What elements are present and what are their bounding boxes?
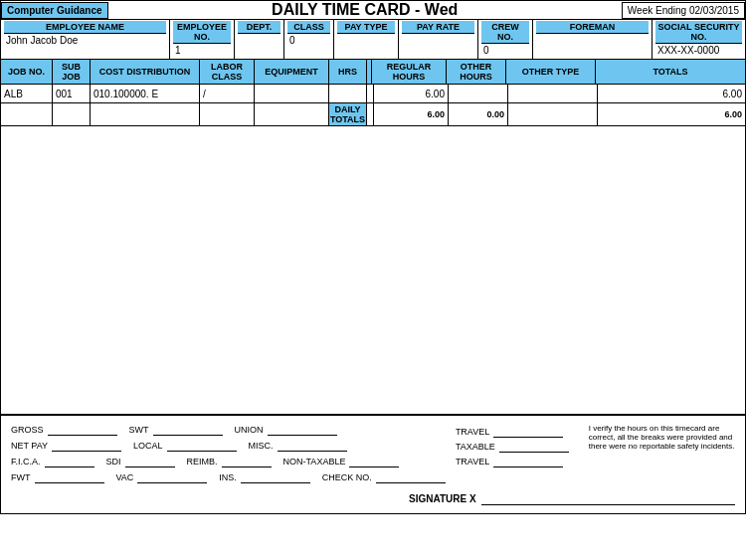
otherhrs-cell xyxy=(449,85,508,102)
swt-underline xyxy=(153,424,223,436)
footer-row-fica: F.I.C.A. SDI REIMB. NON-TAXABLE xyxy=(11,456,446,467)
netpay-underline xyxy=(52,440,121,452)
totals-spacer2 xyxy=(53,103,91,125)
spacer-cell xyxy=(367,85,374,102)
travel-underline xyxy=(493,426,563,438)
footer-row-netpay: NET PAY LOCAL MISC. xyxy=(11,440,446,452)
employee-name-value: John Jacob Doe xyxy=(4,34,166,48)
jobno-header: JOB NO. xyxy=(1,60,53,84)
misc-underline xyxy=(278,440,347,452)
travel-travel-underline xyxy=(493,456,563,467)
misc-label: MISC. xyxy=(249,441,274,451)
foreman-cell: FOREMAN xyxy=(533,20,653,59)
ssn-value: XXX-XX-0000 xyxy=(655,44,742,58)
subjob-cell: 001 xyxy=(53,85,91,102)
checkno-underline xyxy=(376,471,446,483)
pay-rate-header: PAY RATE xyxy=(402,21,474,34)
totals-spacer6 xyxy=(367,103,374,125)
totals-total: 6.00 xyxy=(598,103,745,125)
company-logo: Computer Guidance xyxy=(1,2,108,19)
employee-name-cell: EMPLOYEE NAME John Jacob Doe xyxy=(1,20,170,59)
foreman-value xyxy=(536,34,649,48)
equip-header: EQUIPMENT xyxy=(255,60,329,84)
vac-label: VAC xyxy=(116,472,134,482)
costdist-header: COST DISTRIBUTION xyxy=(91,60,200,84)
sdi-underline xyxy=(125,456,175,467)
fica-label: F.I.C.A. xyxy=(11,457,41,467)
reimb-underline xyxy=(222,456,272,467)
union-underline xyxy=(268,424,337,436)
pay-type-cell: PAY TYPE xyxy=(334,20,399,59)
crew-no-value: 0 xyxy=(481,44,529,58)
totals-spacer3 xyxy=(91,103,200,125)
costdist-cell: 010.100000. E xyxy=(91,85,200,102)
travel-taxable-underline xyxy=(499,441,569,453)
week-ending: Week Ending 02/03/2015 xyxy=(622,2,745,19)
fwt-underline xyxy=(35,471,104,483)
jobno-cell: ALB xyxy=(1,85,53,102)
dept-cell: DEPT. xyxy=(235,20,284,59)
hrs-cell xyxy=(329,85,367,102)
totals-spacer4 xyxy=(200,103,255,125)
crew-no-cell: CREW NO. 0 xyxy=(478,20,533,59)
week-ending-label: Week Ending xyxy=(628,5,686,16)
reghrs-header: REGULAR HOURS xyxy=(372,60,447,84)
ssn-cell: SOCIAL SECURITY NO. XXX-XX-0000 xyxy=(653,20,745,59)
employee-no-cell: EMPLOYEE NO. 1 xyxy=(170,20,235,59)
travel-line: TRAVEL xyxy=(456,426,569,438)
ssn-header: SOCIAL SECURITY NO. xyxy=(655,21,742,44)
totals-cell: 6.00 xyxy=(598,85,745,102)
totals-header: TOTALS xyxy=(596,60,745,84)
week-ending-date: 02/03/2015 xyxy=(689,5,739,16)
swt-label: SWT xyxy=(129,425,149,435)
dept-header: DEPT. xyxy=(238,21,280,34)
reimb-label: REIMB. xyxy=(187,457,218,467)
totals-reghrs: 6.00 xyxy=(374,103,449,125)
local-underline xyxy=(167,440,237,452)
otherhrs-header: OTHER HOURS xyxy=(447,60,506,84)
empty-area xyxy=(0,126,746,415)
crew-no-header: CREW NO. xyxy=(481,21,529,44)
footer-row-gross: GROSS SWT UNION xyxy=(11,424,446,436)
class-value: 0 xyxy=(287,34,330,48)
table-row: ALB 001 010.100000. E / 6.00 6.00 xyxy=(1,85,745,103)
pay-rate-cell: PAY RATE xyxy=(399,20,478,59)
signature-line xyxy=(481,491,735,505)
totals-otherhrs: 0.00 xyxy=(449,103,508,125)
class-header: CLASS xyxy=(287,21,330,34)
ins-underline xyxy=(241,471,310,483)
travel-taxable-line: TAXABLE xyxy=(456,441,569,453)
dept-value xyxy=(238,34,280,48)
employee-no-value: 1 xyxy=(173,44,231,58)
verify-text: I verify the hours on this timecard are … xyxy=(569,424,735,451)
travel-group: TRAVEL TAXABLE TRAVEL xyxy=(456,426,569,467)
foreman-header: FOREMAN xyxy=(536,21,649,34)
table-header-row: JOB NO. SUB JOB COST DISTRIBUTION LABOR … xyxy=(1,60,745,85)
daily-totals-row: DAILY TOTALS 6.00 0.00 6.00 xyxy=(1,103,745,126)
reghrs-cell: 6.00 xyxy=(374,85,449,102)
netpay-label: NET PAY xyxy=(11,441,48,451)
employee-no-header: EMPLOYEE NO. xyxy=(173,21,231,44)
othertype-cell xyxy=(508,85,598,102)
daily-totals-label: DAILY TOTALS xyxy=(329,103,367,125)
sdi-label: SDI xyxy=(106,457,121,467)
totals-spacer5 xyxy=(255,103,329,125)
othertype-header: OTHER TYPE xyxy=(506,60,596,84)
nontaxable-underline xyxy=(349,456,399,467)
union-label: UNION xyxy=(235,425,264,435)
travel-travel-line: TRAVEL xyxy=(456,456,569,467)
fica-underline xyxy=(45,456,94,467)
checkno-label: CHECK NO. xyxy=(322,472,372,482)
vac-underline xyxy=(137,471,207,483)
totals-othertype xyxy=(508,103,598,125)
subjob-header: SUB JOB xyxy=(53,60,91,84)
pay-rate-value xyxy=(402,34,474,48)
gross-underline xyxy=(48,424,117,436)
class-cell: CLASS 0 xyxy=(284,20,334,59)
hrs-header: HRS xyxy=(329,60,367,84)
labor-header: LABOR CLASS xyxy=(200,60,255,84)
travel-label: TRAVEL xyxy=(456,427,489,437)
pay-type-value xyxy=(337,34,395,48)
ins-label: INS. xyxy=(219,472,237,482)
labor-cell: / xyxy=(200,85,255,102)
